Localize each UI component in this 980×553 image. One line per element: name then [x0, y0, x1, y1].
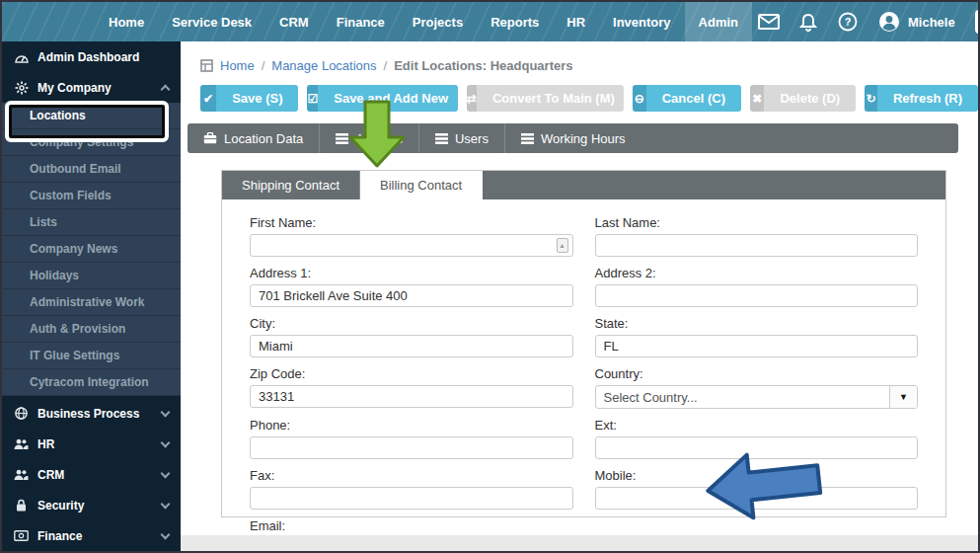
- main-nav: Home Service Desk CRM Finance Projects R…: [95, 2, 752, 41]
- sidebar-item-administrative-work[interactable]: Administrative Work: [2, 289, 181, 316]
- ext-field: Ext:: [595, 418, 919, 459]
- briefcase-icon: [203, 132, 217, 144]
- delete-button: ✖ Delete (D): [750, 85, 856, 112]
- chevron-down-icon: [161, 529, 171, 539]
- lock-icon: [14, 499, 29, 512]
- address2-input[interactable]: [595, 284, 919, 307]
- notifications-bell-icon[interactable]: [792, 5, 825, 39]
- sidebar-item-hr[interactable]: HR: [2, 429, 181, 459]
- minus-circle-icon: ⊖: [633, 85, 646, 112]
- sidebar-item-company-news[interactable]: Company News: [2, 236, 181, 263]
- chevron-up-icon: [161, 85, 171, 95]
- rows-icon: [435, 133, 448, 144]
- rows-icon: [521, 133, 534, 144]
- nav-home[interactable]: Home: [95, 2, 158, 41]
- state-field: State:: [595, 316, 919, 357]
- sidebar-item-my-company[interactable]: My Company: [2, 72, 181, 103]
- subtab-billing-contact[interactable]: Billing Contact: [360, 171, 483, 199]
- checkbox-icon: ☑: [307, 85, 318, 112]
- sidebar-item-admin-dashboard[interactable]: Admin Dashboard: [2, 41, 181, 72]
- breadcrumb-home-icon: [200, 59, 213, 72]
- city-field: City:: [250, 316, 573, 357]
- address1-input[interactable]: [250, 284, 573, 307]
- chevron-down-icon: [161, 437, 171, 447]
- breadcrumb-manage-locations-link[interactable]: Manage Locations: [271, 58, 376, 73]
- footer-strip: [181, 535, 978, 551]
- chevron-down-icon: [161, 499, 171, 509]
- sidebar-item-holidays[interactable]: Holidays: [2, 263, 181, 289]
- user-avatar-icon: [878, 11, 900, 33]
- chevron-down-icon: [161, 468, 171, 478]
- x-icon: ✖: [750, 85, 764, 112]
- country-field: Country: Select Country... ▼: [595, 366, 919, 409]
- address1-field: Address 1:: [250, 266, 573, 307]
- user-name: Michele: [908, 15, 955, 30]
- sidebar-item-company-settings[interactable]: Company Settings: [2, 129, 181, 156]
- sidebar-item-cytracom-integration[interactable]: Cytracom Integration: [2, 369, 181, 396]
- svg-text:?: ?: [845, 16, 852, 28]
- sidebar-item-crm[interactable]: CRM: [2, 459, 181, 490]
- nav-reports[interactable]: Reports: [477, 2, 553, 41]
- users-icon: [14, 438, 29, 450]
- nav-finance[interactable]: Finance: [323, 2, 399, 41]
- mobile-field: Mobile:: [595, 468, 919, 510]
- nav-service-desk[interactable]: Service Desk: [158, 2, 265, 41]
- shuffle-icon: ⇄: [467, 85, 477, 112]
- sidebar-item-security[interactable]: Security: [2, 490, 181, 520]
- save-button[interactable]: ✔ Save (S): [200, 85, 298, 112]
- sidebar-item-business-process[interactable]: Business Process: [2, 398, 181, 429]
- phone-field: Phone:: [250, 418, 573, 459]
- sidebar-item-it-glue-settings[interactable]: IT Glue Settings: [2, 343, 181, 369]
- chevron-down-icon: [161, 407, 171, 417]
- fax-input[interactable]: [250, 487, 573, 510]
- zip-field: Zip Code:: [250, 366, 573, 409]
- cancel-button[interactable]: ⊖ Cancel (C): [633, 85, 741, 112]
- nav-admin[interactable]: Admin: [685, 2, 752, 41]
- nav-projects[interactable]: Projects: [399, 2, 477, 41]
- mail-icon[interactable]: [752, 5, 786, 39]
- tab-address[interactable]: Address: [320, 123, 419, 153]
- contact-autofill-icon[interactable]: ▴: [557, 238, 568, 253]
- sidebar-item-locations[interactable]: Locations: [2, 103, 181, 129]
- sidebar-item-auth-provision[interactable]: Auth & Provision: [2, 316, 181, 343]
- sidebar-item-outbound-email[interactable]: Outbound Email: [2, 156, 181, 183]
- sidebar-item-custom-fields[interactable]: Custom Fields: [2, 183, 181, 209]
- main-content: Home / Manage Locations / Edit Locations…: [181, 41, 978, 551]
- refresh-icon: ↻: [865, 85, 877, 112]
- record-tabs: Location Data Address Users: [188, 123, 958, 153]
- sidebar-item-lists[interactable]: Lists: [2, 209, 181, 236]
- zip-input[interactable]: [250, 385, 573, 408]
- country-select[interactable]: Select Country... ▼: [595, 385, 919, 409]
- address2-field: Address 2:: [595, 266, 919, 307]
- tab-working-hours[interactable]: Working Hours: [505, 123, 641, 153]
- nav-hr[interactable]: HR: [553, 2, 599, 41]
- ext-input[interactable]: [595, 436, 919, 459]
- first-name-input[interactable]: [250, 234, 573, 257]
- refresh-button[interactable]: ↻ Refresh (R): [865, 85, 978, 112]
- sidebar-item-finance[interactable]: Finance: [2, 520, 181, 551]
- subtab-shipping-contact[interactable]: Shipping Contact: [222, 171, 360, 199]
- state-input[interactable]: [595, 335, 919, 357]
- help-icon[interactable]: ?: [831, 5, 865, 39]
- city-input[interactable]: [250, 335, 573, 357]
- tab-location-data[interactable]: Location Data: [188, 123, 320, 153]
- gear-icon: [14, 81, 29, 95]
- breadcrumb-home-link[interactable]: Home: [220, 58, 255, 73]
- mobile-input[interactable]: [595, 487, 919, 510]
- billing-contact-form: First Name: ▴ Last Name: Address 1:: [222, 199, 945, 551]
- last-name-input[interactable]: [595, 234, 919, 257]
- phone-input[interactable]: [250, 436, 573, 459]
- dropdown-caret-icon: ▼: [889, 386, 917, 408]
- user-menu[interactable]: Michele: [870, 11, 963, 33]
- last-name-field: Last Name:: [595, 215, 919, 257]
- nav-inventory[interactable]: Inventory: [599, 2, 685, 41]
- tab-users[interactable]: Users: [419, 123, 505, 153]
- convert-to-main-button: ⇄ Convert To Main (M): [467, 85, 624, 112]
- contact-subtabs: Shipping Contact Billing Contact: [222, 171, 945, 199]
- fax-field: Fax:: [250, 468, 573, 510]
- brand-badge[interactable]: 1K: [975, 10, 980, 34]
- nav-crm[interactable]: CRM: [265, 2, 323, 41]
- save-and-add-new-button[interactable]: ☑ Save and Add New: [307, 85, 457, 112]
- breadcrumb-current: Edit Locations: Headquarters: [394, 58, 572, 73]
- breadcrumb: Home / Manage Locations / Edit Locations…: [181, 41, 978, 83]
